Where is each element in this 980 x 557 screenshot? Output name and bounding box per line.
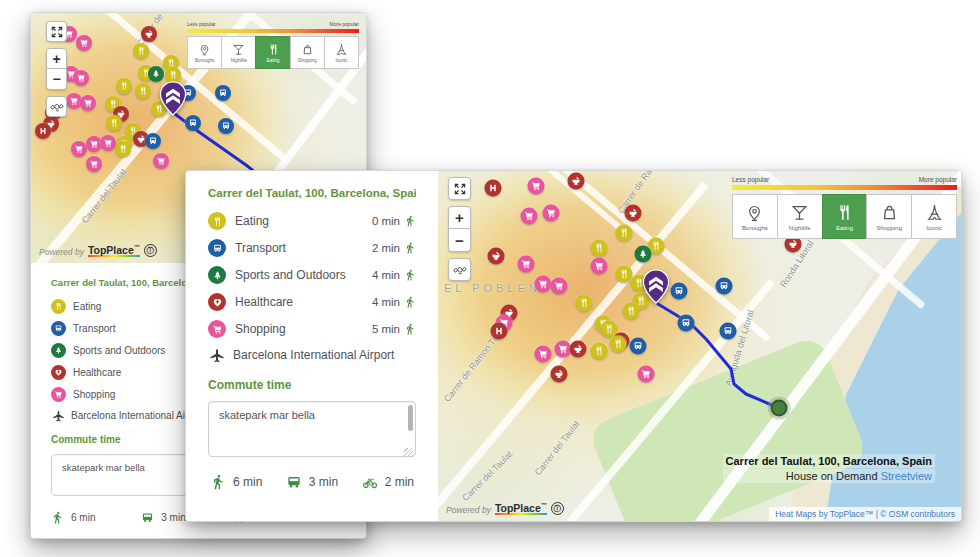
marker-transport[interactable] [671,283,688,300]
marker-sports[interactable] [635,246,652,263]
map-attribution[interactable]: Heat Maps by TopPlace™ | © OSM contribut… [769,507,961,521]
marker-shopping[interactable] [528,178,545,195]
category-walk-time: 0 min [372,215,416,227]
marker-eating[interactable] [591,343,608,360]
marker-shopping[interactable] [73,70,89,86]
marker-eating[interactable] [591,240,608,257]
marker-shopping[interactable] [86,156,102,172]
category-row-shopping[interactable]: Shopping5 min [208,320,416,338]
marker-shopping[interactable] [535,276,552,293]
category-walk-time: 4 min [372,269,416,281]
filter-nightlife[interactable]: Nightlife [777,194,823,239]
map-right[interactable]: EL POBLENOU Carrer de Ramon TurróCarrer … [438,171,961,521]
filter-label: Boroughs [742,225,768,231]
zoom-out-button[interactable]: − [46,69,67,90]
marker-eating[interactable] [576,295,593,312]
category-row-transport[interactable]: Transport2 min [208,239,416,257]
category-list: Eating0 minTransport2 minSports and Outd… [208,212,416,338]
marker-shopping[interactable] [535,346,552,363]
marker-pharmacy[interactable] [625,205,642,222]
marker-transport[interactable] [716,278,733,295]
filter-boroughs[interactable]: Boroughs [732,194,778,239]
satellite-toggle-button[interactable] [46,96,67,117]
marker-hospital[interactable] [485,180,502,197]
popularity-legend: Less popular More popular BoroughsNightl… [732,176,957,239]
airport-row[interactable]: Barcelona International Airport [208,347,416,363]
filter-shopping[interactable]: Shopping [866,194,912,239]
filter-label: Shopping [877,225,902,231]
marker-shopping[interactable] [551,278,568,295]
popularity-gradient-bar [187,29,359,33]
airport-label: Barcelona International Airport [233,348,394,362]
marker-transport[interactable] [720,323,737,340]
marker-pharmacy[interactable] [141,26,157,42]
powered-by: Powered by TopPlace™ ⓘ [446,502,564,515]
marker-transport[interactable] [215,85,231,101]
shopping-icon [208,320,226,338]
destination-marker[interactable] [771,400,788,417]
marker-eating[interactable] [135,83,151,99]
zoom-out-button[interactable]: − [448,229,471,252]
marker-eating[interactable] [133,43,149,59]
marker-eating[interactable] [610,336,627,353]
category-row-healthcare[interactable]: Healthcare4 min [208,293,416,311]
marker-eating[interactable] [616,225,633,242]
marker-eating[interactable] [115,141,131,157]
marker-shopping[interactable] [543,205,560,222]
marker-hospital[interactable] [35,123,51,139]
textarea-scrollbar[interactable] [408,405,413,431]
sports-and-outdoors-icon [208,266,226,284]
marker-sports[interactable] [148,66,164,82]
marker-eating[interactable] [116,78,132,94]
category-filters: BoroughsNightlifeEatingShoppingIconic [187,36,359,69]
marker-shopping[interactable] [71,141,87,157]
marker-pharmacy[interactable] [568,173,585,190]
filter-iconic[interactable]: Iconic [911,194,957,239]
filter-nightlife[interactable]: Nightlife [221,36,256,69]
marker-pharmacy[interactable] [551,366,568,383]
filter-shopping[interactable]: Shopping [290,36,325,69]
map-controls: + − [46,21,67,117]
marker-shopping[interactable] [100,135,116,151]
commute-heading: Commute time [208,378,416,392]
marker-shopping[interactable] [521,208,538,225]
marker-shopping[interactable] [638,366,655,383]
marker-transport[interactable] [678,315,695,332]
fullscreen-button[interactable] [46,21,67,42]
info-icon[interactable]: ⓘ [144,244,157,257]
filter-eating[interactable]: Eating [822,194,868,239]
marker-hospital[interactable] [491,323,508,340]
marker-transport[interactable] [630,338,647,355]
filter-eating[interactable]: Eating [255,36,290,69]
category-row-sports-and-outdoors[interactable]: Sports and Outdoors4 min [208,266,416,284]
selected-location-pin[interactable] [160,81,187,116]
satellite-toggle-button[interactable] [448,258,471,281]
marker-pharmacy[interactable] [488,248,505,265]
marker-eating[interactable] [623,303,640,320]
commute-destination-input[interactable]: skatepark mar bella [208,401,416,457]
marker-shopping[interactable] [591,258,608,275]
filter-boroughs[interactable]: Boroughs [187,36,222,69]
marker-pharmacy[interactable] [570,341,587,358]
marker-transport[interactable] [185,115,201,131]
selected-address-overlay: Carrer del Taulat, 100, Barcelona, Spain… [723,454,935,483]
fullscreen-button[interactable] [448,177,471,200]
zoom-in-button[interactable]: + [448,206,471,229]
marker-transport[interactable] [218,118,234,134]
selected-location-pin[interactable] [643,269,670,304]
legend-less-label: Less popular [732,176,769,183]
zoom-in-button[interactable]: + [46,48,67,69]
streetview-link[interactable]: Streetview [881,470,932,482]
filter-iconic[interactable]: Iconic [324,36,359,69]
address-title: Carrer del Taulat, 100, Barcelona, Spain [208,187,416,199]
marker-shopping[interactable] [518,256,535,273]
marker-shopping[interactable] [153,153,169,169]
marker-shopping[interactable] [80,95,96,111]
info-icon[interactable]: ⓘ [551,502,564,515]
filter-label: Iconic [926,225,942,231]
filter-label: Shopping [298,58,317,63]
marker-shopping[interactable] [76,35,92,51]
marker-eating[interactable] [106,115,122,131]
marker-transport[interactable] [145,133,161,149]
category-row-eating[interactable]: Eating0 min [208,212,416,230]
